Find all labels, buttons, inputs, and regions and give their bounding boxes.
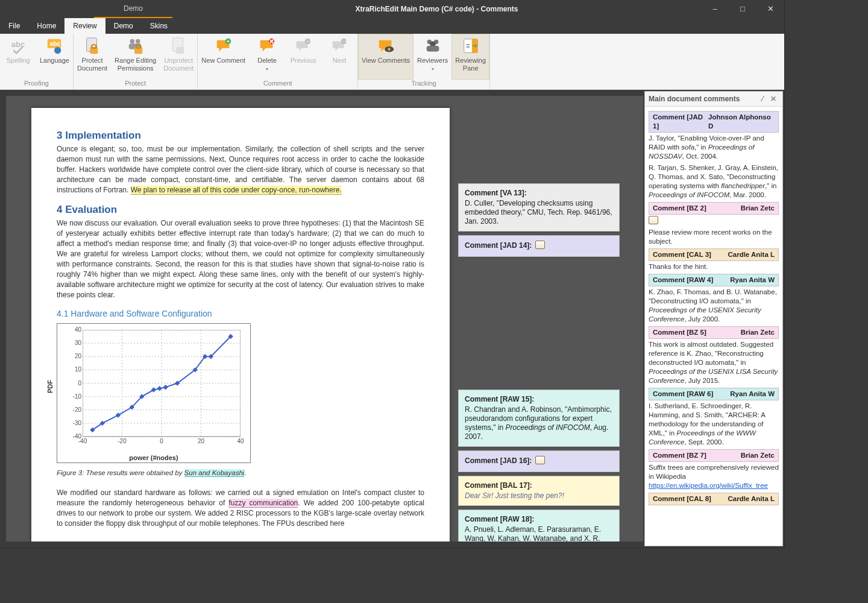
chart-ylabel: PDF bbox=[46, 380, 54, 393]
review-comment-body: Please review more recent works on the s… bbox=[649, 228, 779, 246]
review-comment-head[interactable]: Comment [JAD 1]Johnson Alphonso D bbox=[649, 111, 779, 133]
delete-button[interactable]: Delete▾ bbox=[249, 34, 285, 80]
svg-text:abc: abc bbox=[50, 40, 61, 47]
margin-comment[interactable]: Comment [JAD 16]: bbox=[458, 450, 620, 472]
previous-icon: ← bbox=[294, 36, 313, 55]
backstage-tab[interactable]: Demo bbox=[94, 0, 172, 18]
ribbon-group-comment: Comment bbox=[198, 80, 357, 89]
margin-comment-body: D. Culler, "Developing checksums using e… bbox=[465, 199, 613, 226]
menu-tab-demo[interactable]: Demo bbox=[105, 18, 142, 34]
review-comment-head[interactable]: Comment [BZ 5]Brian Zetc bbox=[649, 326, 779, 339]
menu-tab-review[interactable]: Review bbox=[64, 18, 105, 34]
reviewing-pane-button[interactable]: ReviewingPane bbox=[451, 34, 489, 80]
review-comment-head[interactable]: Comment [RAW 4]Ryan Anita W bbox=[649, 274, 779, 286]
review-comment-body: Suffix trees are comprehensively reviewe… bbox=[649, 463, 779, 490]
view-comments-icon bbox=[376, 36, 395, 55]
chart-ytick: 10 bbox=[71, 366, 81, 373]
reviewing-pane-icon bbox=[461, 36, 480, 55]
review-comment-body: I. Sutherland, E. Schroedinger, R. Hammi… bbox=[649, 402, 779, 447]
menu-tab-file[interactable]: File bbox=[0, 18, 28, 34]
margin-comment[interactable]: Comment [JAD 14]: bbox=[458, 235, 620, 257]
reviewing-pane-label: ReviewingPane bbox=[455, 57, 486, 72]
protect-document-icon bbox=[83, 36, 102, 55]
chart-ytick: 40 bbox=[71, 326, 81, 333]
next-icon: → bbox=[330, 36, 349, 55]
margin-comment-head: Comment [RAW 15]: bbox=[465, 395, 613, 404]
margin-comment-head: Comment [JAD 16]: bbox=[465, 456, 613, 466]
new-comment-icon: + bbox=[214, 36, 233, 55]
reviewers-label: Reviewers▾ bbox=[417, 57, 448, 73]
svg-point-3 bbox=[54, 47, 61, 54]
ribbon-group-protect: Protect bbox=[74, 80, 197, 89]
chart-ytick: -10 bbox=[71, 393, 81, 400]
svg-point-22 bbox=[388, 48, 391, 51]
margin-comment[interactable]: Comment [RAW 15]:R. Chandran and A. Robi… bbox=[458, 390, 620, 447]
chart-ytick: -20 bbox=[71, 406, 81, 413]
range-editing-permissions-icon bbox=[126, 36, 145, 55]
margin-comment[interactable]: Comment [BAL 17]:Dear Sir! Just testing … bbox=[458, 476, 620, 506]
margin-comment[interactable]: Comment [VA 13]:D. Culler, "Developing c… bbox=[458, 183, 620, 232]
window-title: XtraRichEdit Main Demo (C# code) - Comme… bbox=[172, 0, 701, 18]
highlight-sun-kobayashi[interactable]: Sun and Kobayashi bbox=[184, 469, 245, 477]
close-button[interactable]: ✕ bbox=[756, 0, 784, 18]
protect-document-label: ProtectDocument bbox=[77, 57, 107, 72]
previous-button: ←Previous bbox=[285, 34, 321, 80]
range-editing-permissions-label: Range EditingPermissions bbox=[115, 57, 156, 72]
margin-comment-body: R. Chandran and A. Robinson, "Ambimorphi… bbox=[465, 405, 613, 441]
review-comment-body: This work is almost outdated. Suggested … bbox=[649, 340, 779, 385]
ribbon-group-tracking: Tracking bbox=[358, 80, 489, 89]
new-comment-button[interactable]: +New Comment bbox=[198, 34, 249, 80]
reviewers-icon bbox=[423, 36, 442, 55]
reviewers-button[interactable]: Reviewers▾ bbox=[414, 34, 451, 80]
review-comment-body: J. Taylor, "Enabling Voice-over-IP and R… bbox=[649, 134, 779, 161]
document-page[interactable]: 3 Implementation Ounce is elegant; so, t… bbox=[31, 108, 450, 548]
unprotect-document-label: UnprotectDocument bbox=[163, 57, 193, 72]
review-comment-head[interactable]: Comment [BZ 2]Brian Zetc bbox=[649, 202, 779, 215]
maximize-button[interactable]: □ bbox=[729, 0, 756, 18]
protect-document-button[interactable]: ProtectDocument bbox=[74, 34, 111, 80]
figure-3-caption: Figure 3: These results were obtained by… bbox=[57, 468, 424, 478]
review-comment-docref[interactable] bbox=[649, 216, 779, 226]
svg-point-7 bbox=[130, 39, 134, 44]
view-comments-label: View Comments bbox=[362, 57, 410, 65]
review-comment-body: Thanks for the hint. bbox=[649, 262, 779, 271]
spelling-icon: abc bbox=[8, 36, 28, 55]
menu-tab-home[interactable]: Home bbox=[28, 18, 64, 34]
delete-icon bbox=[257, 36, 277, 55]
minimize-button[interactable]: – bbox=[701, 0, 729, 18]
heading-evaluation: 4 Evaluation bbox=[57, 204, 424, 216]
svg-rect-51 bbox=[163, 385, 168, 390]
next-label: Next bbox=[333, 57, 347, 65]
language-icon: abc bbox=[45, 36, 64, 55]
spelling-button: abcSpelling bbox=[0, 34, 36, 80]
menu-tab-skins[interactable]: Skins bbox=[142, 18, 176, 34]
chart-ytick: 30 bbox=[71, 339, 81, 346]
language-button[interactable]: abcLanguage bbox=[36, 34, 73, 80]
svg-text:←: ← bbox=[306, 37, 312, 45]
heading-implementation: 3 Implementation bbox=[57, 130, 424, 142]
svg-rect-26 bbox=[426, 46, 439, 51]
margin-comment-head: Comment [VA 13]: bbox=[465, 189, 613, 198]
figure-3-chart: PDF power (#nodes) -40-30-20-10010203040… bbox=[57, 323, 251, 463]
spelling-label: Spelling bbox=[6, 57, 30, 65]
highlight-copy-once[interactable]: We plan to release all of this code unde… bbox=[131, 186, 342, 195]
previous-label: Previous bbox=[291, 57, 316, 65]
view-comments-button[interactable]: View Comments bbox=[358, 34, 414, 80]
close-icon[interactable]: ✕ bbox=[768, 95, 779, 103]
review-comment-head[interactable]: Comment [CAL 3]Cardle Anita L bbox=[649, 248, 779, 261]
paragraph-hw: We modified our standard hardware as fol… bbox=[57, 488, 424, 529]
highlight-fuzzy-comm[interactable]: fuzzy communication bbox=[228, 499, 298, 508]
svg-rect-13 bbox=[177, 47, 184, 54]
next-button: →Next bbox=[321, 34, 357, 80]
margin-comment[interactable]: Comment [RAW 18]:A. Pnueli, L. Adleman, … bbox=[458, 510, 620, 548]
ribbon-group-proofing: Proofing bbox=[0, 80, 73, 89]
pin-icon[interactable]: ⁄ bbox=[757, 95, 768, 103]
margin-comment-head: Comment [RAW 18]: bbox=[465, 515, 613, 524]
svg-text:+: + bbox=[226, 39, 230, 45]
review-comment-head[interactable]: Comment [CAL 8]Cardle Anita L bbox=[649, 493, 779, 505]
range-editing-permissions-button[interactable]: Range EditingPermissions bbox=[111, 34, 160, 80]
review-comment-head[interactable]: Comment [RAW 6]Ryan Anita W bbox=[649, 388, 779, 400]
chart-plot bbox=[83, 330, 241, 447]
review-comment-head[interactable]: Comment [BZ 7]Brian Zetc bbox=[649, 449, 779, 462]
doc-icon bbox=[649, 216, 658, 224]
